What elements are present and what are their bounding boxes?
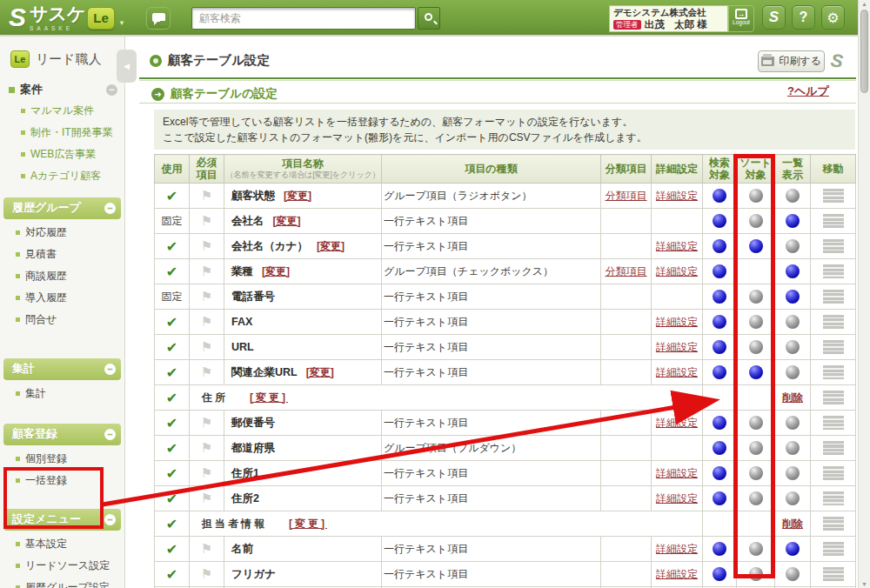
help-link[interactable]: ?ヘルプ (787, 84, 829, 99)
list-display-orb[interactable] (786, 466, 800, 480)
search-target-orb[interactable] (713, 542, 726, 556)
drag-handle[interactable] (823, 290, 844, 304)
required-flag-icon[interactable]: ⚑ (201, 541, 212, 556)
use-check-icon[interactable]: ✔ (166, 542, 177, 557)
logout-button[interactable]: → Logout (728, 5, 754, 32)
detail-settings-link[interactable]: 詳細設定 (656, 265, 698, 277)
list-display-orb[interactable] (786, 491, 800, 505)
search-target-orb[interactable] (713, 239, 726, 253)
change-link[interactable]: [変更] (284, 190, 311, 202)
sidebar-item[interactable]: 基本設定 (3, 533, 121, 555)
required-flag-icon[interactable]: ⚑ (201, 415, 212, 430)
list-display-orb[interactable] (786, 441, 800, 455)
detail-settings-link[interactable]: 詳細設定 (656, 190, 698, 202)
sidebar-item[interactable]: 履歴グループ設定 (3, 577, 121, 588)
use-check-icon[interactable]: ✔ (166, 391, 177, 405)
sort-target-orb[interactable] (749, 466, 763, 480)
sort-target-orb[interactable] (749, 189, 763, 203)
collapse-minus-icon[interactable]: − (104, 429, 116, 440)
list-display-orb[interactable] (786, 542, 800, 556)
page-scrollbar[interactable]: ▲ ▼ (858, 0, 870, 588)
drag-handle[interactable] (823, 517, 844, 531)
sidebar-item[interactable]: Aカテゴリ顧客 (9, 165, 117, 187)
required-flag-icon[interactable]: ⚑ (201, 314, 212, 329)
sidebar-section-header[interactable]: 顧客登録− (3, 424, 121, 445)
list-display-orb[interactable] (786, 239, 800, 253)
sidebar-item[interactable]: マルマル案件 (9, 100, 117, 122)
delete-link[interactable]: 削除 (782, 391, 803, 404)
category-link[interactable]: 分類項目 (606, 265, 647, 277)
search-target-orb[interactable] (713, 365, 726, 379)
use-check-icon[interactable]: ✔ (166, 264, 177, 279)
sort-target-orb[interactable] (749, 441, 763, 455)
sort-target-orb[interactable] (749, 567, 763, 581)
sort-target-orb[interactable] (749, 491, 763, 505)
search-target-orb[interactable] (713, 416, 726, 430)
detail-settings-link[interactable]: 詳細設定 (656, 316, 698, 328)
drag-handle[interactable] (823, 239, 844, 253)
use-check-icon[interactable]: ✔ (166, 567, 177, 582)
sidebar-item[interactable]: 問合せ (3, 309, 121, 331)
collapse-minus-icon[interactable]: − (104, 364, 116, 375)
use-check-icon[interactable]: ✔ (166, 189, 177, 204)
sidebar-section-header[interactable]: 設定メニュー− (3, 509, 121, 531)
detail-settings-link[interactable]: 詳細設定 (656, 467, 698, 479)
sort-target-orb[interactable] (749, 416, 763, 430)
search-button[interactable] (418, 7, 440, 30)
sort-target-orb[interactable] (749, 340, 763, 354)
required-flag-icon[interactable]: ⚑ (201, 213, 212, 228)
sidebar-section-header[interactable]: 集計− (3, 358, 121, 380)
sort-target-orb[interactable] (749, 239, 763, 253)
search-target-orb[interactable] (713, 290, 726, 304)
sort-target-orb[interactable] (749, 214, 763, 228)
list-display-orb[interactable] (786, 214, 800, 228)
detail-settings-link[interactable]: 詳細設定 (656, 341, 698, 353)
change-link[interactable]: [変更] (250, 391, 288, 404)
drag-handle[interactable] (823, 391, 844, 404)
use-check-icon[interactable]: ✔ (166, 239, 177, 254)
collapse-minus-icon[interactable]: − (104, 514, 116, 525)
drag-handle[interactable] (823, 365, 844, 379)
sort-target-orb[interactable] (749, 290, 763, 304)
sidebar-section-header[interactable]: 案件− (9, 82, 117, 97)
list-display-orb[interactable] (786, 365, 800, 379)
use-check-icon[interactable]: ✔ (166, 517, 177, 531)
required-flag-icon[interactable]: ⚑ (201, 264, 212, 278)
sidebar-collapse-tab[interactable]: ◀ (117, 50, 137, 83)
required-flag-icon[interactable]: ⚑ (201, 491, 212, 505)
search-target-orb[interactable] (713, 567, 726, 581)
sidebar-item[interactable]: 集計 (3, 383, 121, 404)
refresh-icon[interactable]: S (829, 50, 844, 72)
list-display-orb[interactable] (786, 416, 800, 430)
sidebar-item[interactable]: 見積書 (3, 244, 121, 265)
detail-settings-link[interactable]: 詳細設定 (656, 240, 698, 252)
sidebar-item[interactable]: 制作・IT開発事業 (9, 122, 117, 144)
chevron-down-icon[interactable]: ▼ (118, 19, 125, 27)
scroll-up-icon[interactable]: ▲ (859, 1, 870, 7)
list-display-orb[interactable] (786, 264, 800, 278)
sidebar-item[interactable]: 個別登録 (3, 448, 121, 470)
detail-settings-link[interactable]: 詳細設定 (656, 366, 698, 378)
required-flag-icon[interactable]: ⚑ (201, 364, 212, 379)
required-flag-icon[interactable]: ⚑ (201, 566, 212, 581)
sidebar-item[interactable]: 導入履歴 (3, 287, 121, 309)
drag-handle[interactable] (823, 542, 844, 556)
change-link[interactable]: [変更] (306, 366, 334, 378)
change-link[interactable]: [変更] (273, 215, 301, 227)
sidebar-section-header[interactable]: 履歴グループ− (3, 197, 121, 219)
drag-handle[interactable] (823, 340, 844, 354)
search-target-orb[interactable] (713, 441, 726, 455)
sidebar-item[interactable]: リードソース設定 (3, 555, 121, 577)
settings-gear-button[interactable]: ⚙ (821, 5, 845, 30)
change-link[interactable]: [変更] (262, 265, 290, 277)
sort-target-orb[interactable] (749, 365, 763, 379)
print-button[interactable]: 印刷する (758, 50, 825, 72)
chat-button[interactable] (146, 7, 171, 30)
delete-link[interactable]: 削除 (782, 518, 803, 530)
detail-settings-link[interactable]: 詳細設定 (656, 492, 698, 504)
required-flag-icon[interactable]: ⚑ (201, 289, 212, 304)
use-check-icon[interactable]: ✔ (166, 365, 177, 380)
sidebar-item[interactable]: 対応履歴 (3, 222, 121, 244)
required-flag-icon[interactable]: ⚑ (201, 465, 212, 480)
list-display-orb[interactable] (786, 315, 800, 329)
